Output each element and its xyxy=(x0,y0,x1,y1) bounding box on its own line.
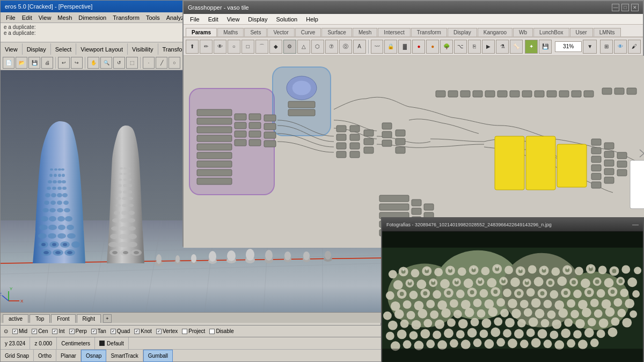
snap-tan-checkbox[interactable] xyxy=(91,329,97,334)
gh-menu-file[interactable]: File xyxy=(186,14,204,24)
rhino-tb-print[interactable]: 🖨 xyxy=(41,57,53,69)
gh-menu-solution[interactable]: Solution xyxy=(272,14,302,24)
snap-mid[interactable]: Mid xyxy=(12,328,27,334)
gh-tb-bone[interactable]: 🦴 xyxy=(510,40,523,54)
gh-tb-copy[interactable]: ⎘ xyxy=(468,40,481,54)
tab-add[interactable]: + xyxy=(103,314,112,323)
gh-tab-curve[interactable]: Curve xyxy=(295,28,321,36)
snap-vertex-checkbox[interactable] xyxy=(156,329,162,334)
gh-tb-branch[interactable]: ⌥ xyxy=(454,40,467,54)
rhino-menu-tools[interactable]: Tools xyxy=(143,12,163,23)
gh-tb-arrow[interactable]: ⬆ xyxy=(186,40,199,54)
gh-tb-gear[interactable]: ⚙ xyxy=(283,40,296,54)
snap-quad[interactable]: Quad xyxy=(111,328,130,334)
tab-front[interactable]: Front xyxy=(51,314,75,323)
gh-zoom-dropdown[interactable]: ▼ xyxy=(583,40,597,54)
gh-tab-transform[interactable]: Transform xyxy=(411,28,447,36)
gh-tb-tri[interactable]: △ xyxy=(297,40,310,54)
gh-tab-maths[interactable]: Maths xyxy=(217,28,244,36)
gh-tb-red[interactable]: ● xyxy=(412,40,425,54)
gh-tab-display[interactable]: Display xyxy=(448,28,477,36)
rhino-tb-save[interactable]: 💾 xyxy=(28,57,40,69)
gh-tb-eye[interactable]: 👁 xyxy=(214,40,226,54)
tab-top[interactable]: Top xyxy=(30,314,50,323)
gh-zoom-input[interactable] xyxy=(555,41,582,52)
gh-close-btn[interactable]: ✕ xyxy=(631,4,639,11)
snap-disable-checkbox[interactable] xyxy=(209,329,215,334)
rhino-menu-mesh[interactable]: Mesh xyxy=(54,12,75,23)
gh-tab-surface[interactable]: Surface xyxy=(321,28,352,36)
gh-tb-hex[interactable]: ⬡ xyxy=(311,40,324,54)
gh-tb-flask[interactable]: ⚗ xyxy=(496,40,509,54)
rhino-menu-view[interactable]: View xyxy=(35,12,55,23)
snap-quad-checkbox[interactable] xyxy=(111,329,116,334)
rhino-tb-pan[interactable]: ✋ xyxy=(87,57,99,69)
snap-int[interactable]: Int xyxy=(52,328,64,334)
rhino-tb-line[interactable]: ╱ xyxy=(156,57,167,69)
gh-tb-arc[interactable]: ⌒ xyxy=(255,40,268,54)
gh-tab-sets[interactable]: Sets xyxy=(244,28,267,36)
gh-tb-0[interactable]: ⓪ xyxy=(339,40,352,54)
snap-project-checkbox[interactable] xyxy=(182,329,187,334)
gh-minimize-btn[interactable]: — xyxy=(612,4,619,11)
status-ortho[interactable]: Ortho xyxy=(34,350,56,362)
gh-tab-lunchbox[interactable]: LunchBox xyxy=(533,28,569,36)
rhino-tb-rotate[interactable]: ↺ xyxy=(113,57,125,69)
rhino-menu-dimension[interactable]: Dimension xyxy=(75,12,109,23)
gh-tab-params[interactable]: Params xyxy=(186,28,217,36)
gh-menu-help[interactable]: Help xyxy=(302,14,323,24)
rhino-tb-zoom[interactable]: 🔍 xyxy=(100,57,112,69)
gh-tab-intersect[interactable]: Intersect xyxy=(378,28,410,36)
gh-tab-wb[interactable]: Wb xyxy=(513,28,533,36)
snap-cen-checkbox[interactable] xyxy=(32,329,37,334)
gh-tb-gradient[interactable]: ▓ xyxy=(398,40,411,54)
gh-menu-display[interactable]: Display xyxy=(244,14,272,24)
gh-tb-square[interactable]: □ xyxy=(241,40,254,54)
gh-tb-a[interactable]: A xyxy=(353,40,366,54)
gh-tb-lock[interactable]: 🔒 xyxy=(384,40,397,54)
gh-tb-orange[interactable]: ● xyxy=(426,40,439,54)
snap-knot[interactable]: Knot xyxy=(134,328,152,334)
snap-vertex[interactable]: Vertex xyxy=(156,328,178,334)
gh-tb-brush[interactable]: 🖌 xyxy=(628,40,641,54)
gh-maximize-btn[interactable]: □ xyxy=(621,4,629,11)
gh-tab-kangaroo[interactable]: Kangaroo xyxy=(478,28,513,36)
gh-tb-eye2[interactable]: 👁 xyxy=(614,40,627,54)
gh-tb-save[interactable]: ✦ xyxy=(525,40,538,54)
status-planar[interactable]: Planar xyxy=(56,350,81,362)
status-smarttrack[interactable]: SmartTrack xyxy=(106,350,143,362)
snap-cen[interactable]: Cen xyxy=(32,328,48,334)
gh-tb-fwd[interactable]: ▶ xyxy=(482,40,495,54)
rhino-tb-open[interactable]: 📂 xyxy=(16,57,27,69)
gh-tb-cube[interactable]: ◆ xyxy=(269,40,282,54)
gh-tb-wave[interactable]: 〰 xyxy=(371,40,384,54)
status-gumball[interactable]: Gumball xyxy=(143,350,173,362)
snap-disable[interactable]: Disable xyxy=(209,328,233,334)
snap-perp[interactable]: Perp xyxy=(69,328,87,334)
snap-tan[interactable]: Tan xyxy=(91,328,106,334)
snap-int-checkbox[interactable] xyxy=(52,329,57,334)
tab-active[interactable]: active xyxy=(3,314,28,323)
gh-tab-user[interactable]: User xyxy=(570,28,593,36)
gh-tb-7[interactable]: ⑦ xyxy=(325,40,338,54)
rhino-tb-pt[interactable]: · xyxy=(143,57,155,69)
gh-tb-tree[interactable]: 🌳 xyxy=(440,40,453,54)
snap-project[interactable]: Project xyxy=(182,328,205,334)
photo-close-btn[interactable]: — xyxy=(632,221,639,228)
gh-tab-mesh[interactable]: Mesh xyxy=(353,28,377,36)
snap-perp-checkbox[interactable] xyxy=(69,329,75,334)
rhino-menu-edit[interactable]: Edit xyxy=(19,12,35,23)
gh-menu-edit[interactable]: Edit xyxy=(204,14,223,24)
rhino-tb-undo[interactable]: ↩ xyxy=(58,57,70,69)
rhino-menu-file[interactable]: File xyxy=(3,12,19,23)
gh-tb-circle[interactable]: ○ xyxy=(228,40,240,54)
gh-tab-vector[interactable]: Vector xyxy=(267,28,294,36)
snap-mid-checkbox[interactable] xyxy=(12,329,18,334)
gh-menu-view[interactable]: View xyxy=(223,14,244,24)
gh-tb-disk[interactable]: 💾 xyxy=(539,40,552,54)
status-osnap[interactable]: Osnap xyxy=(81,350,106,362)
rhino-tb-new[interactable]: 📄 xyxy=(3,57,14,69)
rhino-tb-sel[interactable]: ⬚ xyxy=(126,57,138,69)
tab-right[interactable]: Right xyxy=(77,314,101,323)
gh-tb-pen[interactable]: ✏ xyxy=(200,40,213,54)
